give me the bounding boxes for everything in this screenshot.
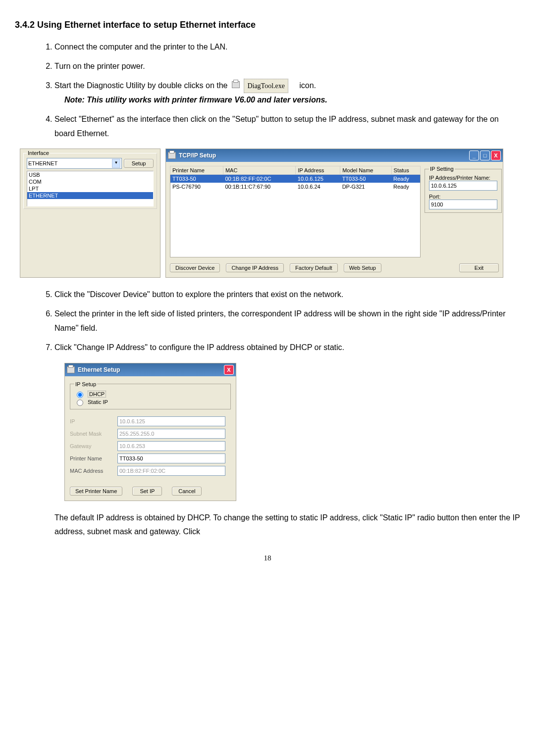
list-item[interactable]: LPT: [27, 185, 153, 192]
minimize-button[interactable]: _: [469, 151, 479, 160]
step-7: Click "Change IP Address" to configure t…: [54, 341, 520, 355]
tcpip-title: TCP/IP Setup: [179, 152, 216, 159]
change-ip-button[interactable]: Change IP Address: [226, 263, 284, 272]
printer-name-input[interactable]: [117, 454, 225, 463]
step-2: Turn on the printer power.: [54, 59, 520, 74]
steps-list-cont: Click the "Discover Device" button to ex…: [35, 288, 520, 354]
dhcp-radio[interactable]: [77, 392, 83, 398]
subnet-input: [117, 429, 225, 439]
list-item[interactable]: COM: [27, 178, 153, 185]
interface-select-value: ETHERNET: [28, 160, 57, 166]
port-label: Port:: [429, 194, 497, 200]
ip-setting-legend: IP Setting: [429, 166, 455, 172]
step-3: Start the Diagnostic Utility by double c…: [54, 79, 520, 107]
chevron-down-icon[interactable]: ▼: [112, 159, 120, 168]
col-status[interactable]: Status: [391, 166, 420, 175]
step-3-text-b: icon.: [299, 81, 316, 90]
ip-setting-fieldset: IP Setting IP Address/Printer Name: Port…: [425, 166, 502, 213]
maximize-button[interactable]: □: [480, 151, 490, 160]
tcpip-window: TCP/IP Setup _ □ X Printer Name MAC IP A…: [165, 149, 503, 278]
close-button[interactable]: X: [224, 365, 234, 375]
ip-addr-input[interactable]: [429, 181, 497, 191]
section-heading: 3.4.2 Using Ethernet interface to setup …: [15, 20, 520, 30]
window-icon: [168, 152, 176, 159]
paragraph: The default IP address is obtained by DH…: [54, 511, 520, 540]
step-3-text-a: Start the Diagnostic Utility by double c…: [54, 81, 228, 90]
tcpip-titlebar: TCP/IP Setup _ □ X: [166, 149, 503, 162]
discover-device-button[interactable]: Discover Device: [170, 263, 220, 272]
web-setup-button[interactable]: Web Setup: [344, 263, 381, 272]
ip-setup-legend: IP Setup: [74, 381, 97, 387]
table-row[interactable]: PS-C76790 00:1B:11:C7:67:90 10.0.6.24 DP…: [170, 183, 421, 191]
ip-setup-fieldset: IP Setup DHCP Static IP: [70, 381, 231, 409]
list-item[interactable]: USB: [27, 171, 153, 178]
list-item[interactable]: ETHERNET: [27, 192, 153, 199]
interface-select[interactable]: ETHERNET ▼: [27, 158, 122, 169]
ip-label: IP: [70, 418, 114, 424]
setup-button[interactable]: Setup: [124, 159, 154, 168]
static-ip-label: Static IP: [88, 399, 108, 405]
mac-label: MAC Address: [70, 468, 114, 474]
subnet-label: Subnet Mask: [70, 431, 114, 437]
page-number: 18: [15, 554, 520, 562]
gateway-label: Gateway: [70, 443, 114, 449]
ip-addr-label: IP Address/Printer Name:: [429, 175, 497, 181]
static-ip-radio[interactable]: [77, 400, 83, 406]
device-table: Printer Name MAC IP Address Model Name S…: [170, 166, 421, 257]
steps-list: Connect the computer and the printer to …: [35, 40, 520, 141]
close-button[interactable]: X: [491, 151, 501, 160]
factory-default-button[interactable]: Factory Default: [290, 263, 338, 272]
gateway-input: [117, 441, 225, 451]
interface-panel: Interface ETHERNET ▼ Setup USB COM LPT E…: [20, 149, 160, 278]
col-printer-name[interactable]: Printer Name: [170, 166, 223, 175]
ip-input: [117, 416, 225, 426]
diag-tool-label: DiagTool.exe: [244, 79, 288, 93]
ethernet-titlebar: Ethernet Setup X: [65, 363, 236, 376]
printer-icon: [232, 79, 240, 93]
step-4: Select "Ethernet" as the interface then …: [54, 112, 520, 141]
col-mac[interactable]: MAC: [223, 166, 295, 175]
port-input[interactable]: [429, 200, 497, 209]
step-5: Click the "Discover Device" button to ex…: [54, 288, 520, 302]
cancel-button[interactable]: Cancel: [172, 487, 202, 496]
set-ip-button[interactable]: Set IP: [132, 487, 162, 496]
col-model[interactable]: Model Name: [340, 166, 391, 175]
step-1: Connect the computer and the printer to …: [54, 40, 520, 54]
col-ip[interactable]: IP Address: [296, 166, 340, 175]
ethernet-setup-window: Ethernet Setup X IP Setup DHCP Static IP…: [64, 363, 236, 501]
firmware-note: Note: This utility works with printer fi…: [64, 93, 520, 107]
table-row[interactable]: TT033-50 00:1B:82:FF:02:0C 10.0.6.125 TT…: [170, 175, 421, 183]
printer-name-label: Printer Name: [70, 455, 114, 461]
dhcp-label: DHCP: [88, 391, 106, 398]
window-icon: [67, 366, 75, 373]
ethernet-title: Ethernet Setup: [78, 366, 120, 373]
interface-legend: Interface: [27, 150, 50, 156]
interface-listbox[interactable]: USB COM LPT ETHERNET: [27, 171, 154, 206]
exit-button[interactable]: Exit: [459, 263, 499, 272]
set-printer-name-button[interactable]: Set Printer Name: [70, 487, 122, 496]
step-6: Select the printer in the left side of l…: [54, 307, 520, 336]
mac-input: [117, 466, 225, 476]
